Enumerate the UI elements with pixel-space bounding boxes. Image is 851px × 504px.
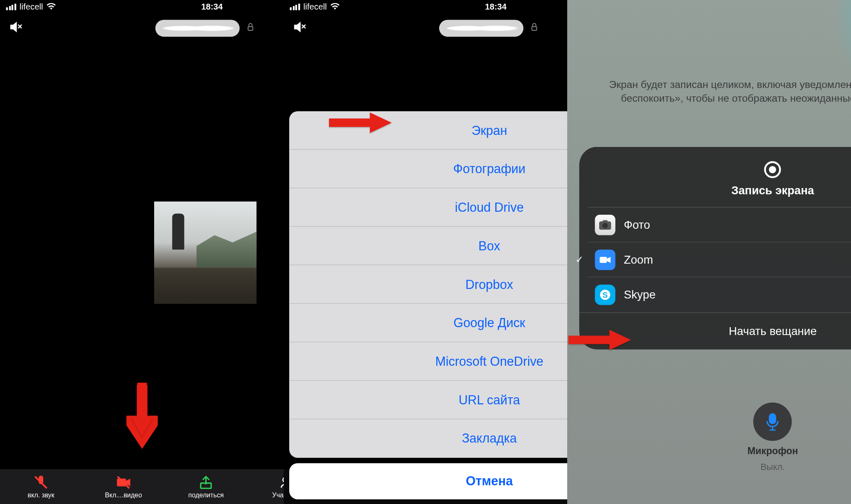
ios-broadcast-panel: Экран будет записан целиком, включая уве… <box>567 0 851 504</box>
svg-rect-21 <box>600 257 607 262</box>
broadcast-card: Запись экрана Фото ✓ Zoom S Skype <box>579 147 851 350</box>
mic-state: Выкл. <box>761 461 785 472</box>
annotation-arrow-start <box>568 328 635 354</box>
annotation-arrow-down-stem <box>131 383 153 443</box>
mute-button[interactable]: вкл. звук <box>23 475 59 499</box>
wifi-icon <box>47 3 56 10</box>
carrier-name: lifecell <box>20 2 43 11</box>
record-icon <box>765 161 782 178</box>
mic-toggle-button[interactable] <box>754 402 792 441</box>
svg-rect-24 <box>568 336 612 344</box>
mic-label: Микрофон <box>748 446 798 457</box>
signal-icon <box>6 3 16 10</box>
svg-rect-16 <box>329 118 372 127</box>
speaker-muted-icon[interactable] <box>8 20 23 37</box>
meeting-title-redacted <box>439 20 524 37</box>
broadcast-app-photo[interactable]: Фото <box>588 208 851 242</box>
video-button[interactable]: Вкл....видео <box>105 475 142 499</box>
svg-rect-3 <box>137 383 147 420</box>
broadcast-title: Запись экрана <box>731 184 814 197</box>
lock-icon <box>246 22 256 34</box>
svg-text:S: S <box>603 291 608 299</box>
svg-rect-15 <box>532 27 537 30</box>
status-time: 18:34 <box>485 2 507 11</box>
svg-rect-25 <box>770 414 776 423</box>
broadcast-app-zoom[interactable]: ✓ Zoom <box>588 242 851 277</box>
svg-rect-2 <box>248 27 253 30</box>
status-time: 18:34 <box>201 2 223 11</box>
photo-app-icon <box>595 215 615 235</box>
signal-icon <box>290 3 300 10</box>
broadcast-app-skype[interactable]: S Skype <box>588 277 851 312</box>
wifi-icon <box>330 3 340 10</box>
annotation-arrow-screen <box>329 111 395 137</box>
skype-app-icon: S <box>595 284 615 305</box>
zoom-app-icon <box>595 250 615 270</box>
share-button[interactable]: поделиться <box>188 475 224 499</box>
broadcast-warning: Экран будет записан целиком, включая уве… <box>585 78 851 105</box>
main-video-thumbnail[interactable] <box>154 201 256 303</box>
carrier-name: lifecell <box>303 2 327 11</box>
lock-icon <box>529 22 539 34</box>
speaker-muted-icon[interactable] <box>292 20 307 37</box>
svg-rect-20 <box>603 220 608 223</box>
check-icon: ✓ <box>576 254 584 265</box>
meeting-title-redacted <box>155 20 240 37</box>
